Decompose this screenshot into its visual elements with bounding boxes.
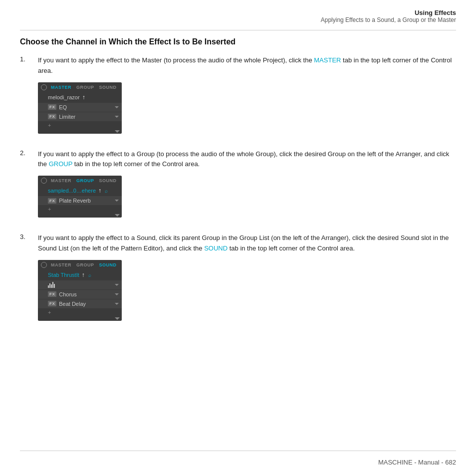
tab-sound-1: SOUND [97,85,119,90]
ui-plus-row-2: + [38,205,122,213]
cursor-3: ↑ [82,271,85,278]
tab-group-1: GROUP [74,85,96,90]
fx-name-3b: Beat Delay [59,301,115,307]
list-text-2: If you want to apply the effect to a Gro… [38,149,456,170]
ui-fx-row-2a: FX Plate Reverb [38,196,122,205]
bottom-arrow-2 [115,214,120,217]
ui-bottom-row-1 [38,129,122,134]
power-icon-2 [41,178,47,184]
bottom-arrow-1 [115,130,120,133]
fx-badge-2a: FX [48,198,56,204]
search-icon-3: ⌕ [88,272,91,278]
list-number-2: 2. [20,149,38,157]
main-content: Choose the Channel in Which the Effect I… [20,37,456,446]
ui-bottom-row-3 [38,316,122,321]
search-icon-2: ⌕ [105,188,108,194]
fx-name-1b: Limiter [59,114,115,120]
ui-sampler-row [38,280,122,289]
list-text-after-3: tab in the top left corner of the Contro… [228,244,355,252]
tab-master-1: MASTER [49,85,73,90]
ui-top-row-2: MASTER GROUP SOUND [38,176,122,186]
ui-fx-row-3b: FX Beat Delay [38,299,122,308]
list-number-1: 1. [20,55,38,63]
list-content-2: If you want to apply the effect to a Gro… [38,149,456,220]
list-link-1: MASTER [314,56,341,64]
numbered-list: 1. If you want to apply the effect to th… [20,55,456,322]
ui-top-row-1: MASTER GROUP SOUND [38,82,122,92]
dropdown-arrow-sampler [115,284,119,286]
fx-name-3a: Chorus [59,291,115,297]
ui-name-row-3: Stab ThrustIt ↑ ⌕ [38,270,122,280]
list-link-3: SOUND [204,244,228,252]
list-number-3: 3. [20,233,38,240]
ui-fx-row-1a: FX EQ [38,103,122,112]
list-item-2: 2. If you want to apply the effect to a … [20,149,456,220]
fx-badge-1b: FX [48,114,56,119]
tab-master-3: MASTER [49,262,73,267]
list-item-3: 3. If you want to apply the effect to a … [20,233,456,322]
ui-top-row-3: MASTER GROUP SOUND [38,260,122,270]
footer-rule [20,451,456,451]
list-content-3: If you want to apply the effect to a Sou… [38,233,456,322]
dropdown-arrow-3a [115,293,119,295]
header-title: Using Effects [321,9,456,16]
dropdown-arrow-1a [115,106,119,108]
bottom-arrow-3 [115,317,120,320]
ui-name-row-1: melodi_razor ↑ [38,92,122,102]
ui-name-row-2: sampled...0…ehere ↑ ⌕ [38,186,122,196]
tab-master-2: MASTER [49,178,73,183]
list-content-1: If you want to apply the effect to the M… [38,55,456,135]
ui-bottom-row-2 [38,213,122,218]
ui-plus-row-3: + [38,308,122,316]
ui-fx-row-1b: FX Limiter [38,112,122,121]
ui-tabs-2: MASTER GROUP SOUND [49,178,119,183]
tab-sound-3: SOUND [97,262,119,267]
cursor-1: ↑ [82,94,85,101]
list-text-3: If you want to apply the effect to a Sou… [38,233,456,254]
header-rule [20,30,456,30]
list-text-before-1: If you want to apply the effect to the M… [38,56,314,64]
ui-fx-row-3a: FX Chorus [38,290,122,299]
dropdown-arrow-1b [115,116,119,118]
header-subtitle: Applying Effects to a Sound, a Group or … [321,16,456,23]
ui-mockup-2: MASTER GROUP SOUND sampled...0…ehere ↑ ⌕… [38,176,122,218]
list-link-2: GROUP [49,160,72,168]
fx-badge-3b: FX [48,301,56,306]
tab-group-3: GROUP [74,262,96,267]
page-footer: MASCHINE - Manual - 682 [378,459,456,466]
dropdown-arrow-2a [115,200,119,202]
sound-name-1: melodi_razor ↑ [48,94,85,101]
list-item: 1. If you want to apply the effect to th… [20,55,456,135]
fx-name-2a: Plate Reverb [59,198,115,204]
fx-badge-3a: FX [48,291,56,297]
tab-sound-2: SOUND [97,178,119,183]
ui-tabs-3: MASTER GROUP SOUND [49,262,119,267]
cursor-2: ↑ [98,187,101,194]
sound-name-3: Stab ThrustIt ↑ ⌕ [48,271,91,278]
tab-group-2: GROUP [74,178,96,183]
fx-badge-1a: FX [48,104,56,110]
list-text-1: If you want to apply the effect to the M… [38,55,456,76]
ui-plus-row-1: + [38,121,122,129]
ui-mockup-3: MASTER GROUP SOUND Stab ThrustIt ↑ ⌕ [38,260,122,321]
fx-name-1a: EQ [59,104,115,110]
power-icon-3 [41,262,47,268]
ui-tabs-1: MASTER GROUP SOUND [49,85,119,90]
power-icon-1 [41,84,47,90]
sound-name-2: sampled...0…ehere ↑ ⌕ [48,187,108,194]
dropdown-arrow-3b [115,303,119,305]
page-header: Using Effects Applying Effects to a Soun… [321,9,456,23]
footer-text: MASCHINE - Manual - 682 [378,459,456,466]
ui-mockup-1: MASTER GROUP SOUND melodi_razor ↑ FX EQ [38,82,122,134]
sampler-bars-icon [48,282,55,288]
list-text-after-2: tab in the top left corner of the Contro… [72,160,200,168]
section-heading: Choose the Channel in Which the Effect I… [20,37,456,46]
